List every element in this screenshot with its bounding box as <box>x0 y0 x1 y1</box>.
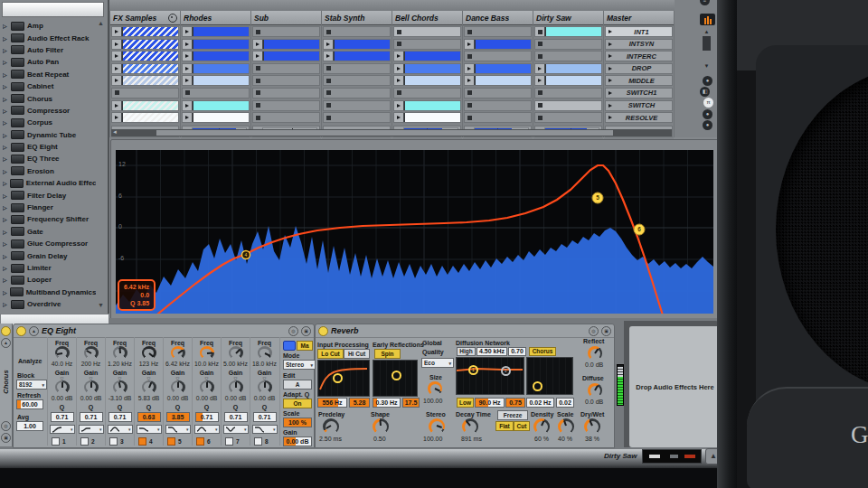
browser-item-flanger[interactable]: ▷Flanger <box>3 202 96 213</box>
scale-knob[interactable] <box>558 418 574 435</box>
clip-slot[interactable] <box>464 26 532 37</box>
unfold-icon[interactable]: ▲ <box>1 338 11 348</box>
clip[interactable] <box>263 40 319 49</box>
clip-launch-icon[interactable] <box>183 101 193 110</box>
eq-spectrum-display[interactable]: 456 1260-6 6.42 kHz0.0Q 3.85 <box>116 150 713 314</box>
browser-item-eq-eight[interactable]: ▷EQ Eight <box>3 141 96 153</box>
clip-slot[interactable] <box>182 26 250 37</box>
scene-launch-icon[interactable] <box>606 52 615 61</box>
clip[interactable] <box>404 101 460 110</box>
clip-launch-icon[interactable] <box>112 27 122 36</box>
clip[interactable] <box>122 40 178 49</box>
clip[interactable] <box>193 27 249 36</box>
chorus-button[interactable]: Chorus <box>529 347 556 356</box>
clip[interactable] <box>193 64 249 73</box>
browser-item-corpus[interactable]: ▷Corpus <box>3 117 96 128</box>
flat-button[interactable]: Flat <box>495 421 514 431</box>
browser-item-eq-three[interactable]: ▷EQ Three <box>3 153 96 164</box>
hot-swap-icon[interactable]: ◎ <box>589 326 599 336</box>
band-toggle[interactable]: 7 <box>225 437 240 446</box>
band-freq-knob[interactable] <box>258 346 272 360</box>
scene-middle[interactable]: MIDDLE <box>605 75 673 86</box>
clip-launch-icon[interactable] <box>253 40 263 49</box>
clip-launch-icon[interactable] <box>324 40 334 49</box>
clip-slot[interactable] <box>323 26 391 37</box>
clip-stop-icon[interactable] <box>326 79 331 83</box>
band-gain-knob[interactable] <box>55 380 70 394</box>
clip[interactable] <box>404 76 460 85</box>
clip[interactable] <box>545 76 601 85</box>
browser-item-auto-filter[interactable]: ▷Auto Filter <box>3 44 96 56</box>
clip-slot[interactable] <box>111 75 179 86</box>
q-field[interactable]: 0.71 <box>224 412 248 422</box>
scene-launch-icon[interactable] <box>606 76 615 85</box>
clip-launch-icon[interactable] <box>112 101 122 110</box>
clip-slot[interactable] <box>111 39 179 50</box>
device-power-icon[interactable] <box>318 326 328 336</box>
expand-icon[interactable]: ▷ <box>3 180 7 186</box>
band-freq-knob[interactable] <box>171 346 185 360</box>
clip-launch-icon[interactable] <box>465 64 475 73</box>
browser-item-overdrive[interactable]: ▷Overdrive <box>3 298 96 310</box>
clip-launch-icon[interactable] <box>535 76 545 85</box>
band-gain-knob[interactable] <box>113 380 127 394</box>
clip[interactable] <box>475 64 531 73</box>
clip-launch-icon[interactable] <box>394 64 404 73</box>
clip-launch-icon[interactable] <box>112 52 122 61</box>
clip-slot[interactable] <box>534 63 602 74</box>
scene-launch-icon[interactable] <box>606 40 615 49</box>
clip-launch-icon[interactable] <box>112 113 122 122</box>
clip-slot[interactable] <box>111 100 179 111</box>
browser-item-frequency-shifter[interactable]: ▷Frequency Shifter <box>3 213 96 225</box>
size-knob[interactable] <box>428 381 442 396</box>
clip-slot[interactable] <box>182 112 250 123</box>
density-knob[interactable] <box>533 418 550 435</box>
browser-item-looper[interactable]: ▷Looper <box>3 274 96 286</box>
clip-slot[interactable] <box>182 75 250 86</box>
clip-stop-icon[interactable] <box>256 79 260 83</box>
main-badge[interactable]: Ma <box>297 341 313 351</box>
browser-scroll-down-icon[interactable]: ▼ <box>97 302 105 308</box>
band-enable-checkbox[interactable] <box>138 437 146 446</box>
band-toggle[interactable]: 8 <box>254 437 269 446</box>
spin-button[interactable]: Spin <box>374 349 401 359</box>
clip-stop-icon[interactable] <box>397 42 401 46</box>
decay-knob[interactable] <box>462 418 478 435</box>
expand-icon[interactable]: ▷ <box>3 192 8 199</box>
band-toggle[interactable]: 2 <box>80 437 95 446</box>
clip-slot[interactable] <box>393 88 461 99</box>
clip-slot[interactable] <box>111 26 179 37</box>
avg-field[interactable]: 1.00 <box>16 421 43 431</box>
clip-slot[interactable] <box>323 39 391 50</box>
band-enable-checkbox[interactable] <box>167 437 175 446</box>
q-field[interactable]: 0.71 <box>108 412 132 422</box>
mod-node[interactable] <box>533 381 542 391</box>
filter-type-select[interactable]: ▾ <box>137 425 162 434</box>
clip-slot[interactable] <box>252 75 320 86</box>
band-toggle[interactable]: 1 <box>52 437 66 446</box>
clip[interactable] <box>122 76 178 85</box>
browser-search[interactable] <box>2 2 104 17</box>
clip-slot[interactable] <box>393 39 461 50</box>
track-header[interactable]: Bell Chords <box>392 11 462 25</box>
clip-slot[interactable] <box>393 75 461 86</box>
shape-knob[interactable] <box>373 418 389 435</box>
q-field[interactable]: 0.71 <box>195 412 219 422</box>
low-shelf-node[interactable]: 1 <box>468 365 478 375</box>
filter-type-select[interactable]: ▾ <box>165 425 191 434</box>
clip-stop-icon[interactable] <box>326 116 331 120</box>
spin-node[interactable] <box>392 371 401 380</box>
clip[interactable] <box>122 113 178 122</box>
mixer-toggle-icon[interactable]: ● <box>703 109 712 119</box>
clip[interactable] <box>122 101 178 110</box>
scene-int1[interactable]: INT1 <box>605 26 673 37</box>
reflect-knob[interactable] <box>588 346 602 361</box>
lf-freq-field[interactable]: 90.0 Hz <box>475 398 505 408</box>
hf-q-field[interactable]: 0.70 <box>508 347 526 356</box>
save-preset-icon[interactable]: ▣ <box>301 326 311 336</box>
refresh-field[interactable]: 60.00 <box>16 399 43 409</box>
clip-slot[interactable] <box>252 112 320 123</box>
scene-switch1[interactable]: SWITCH1 <box>605 88 673 99</box>
mode-select[interactable]: Stereo▾ <box>283 360 316 370</box>
band-gain-knob[interactable] <box>258 380 272 394</box>
